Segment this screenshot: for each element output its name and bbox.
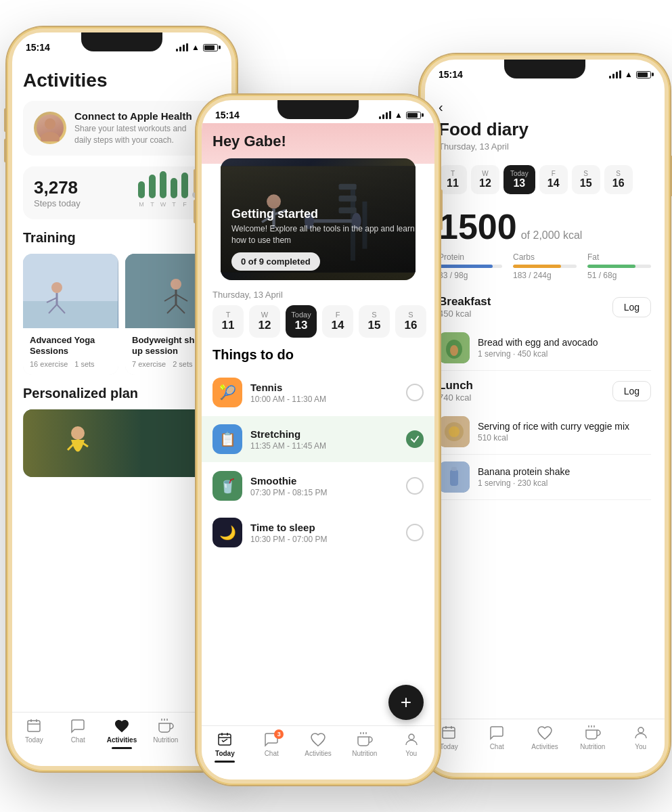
nav-chat-mid-label: Chat (265, 750, 279, 757)
food-date-12[interactable]: W 12 (471, 165, 499, 194)
sleep-text: Time to sleep 10:30 PM - 07:00 PM (250, 522, 398, 544)
food-date-16[interactable]: S 16 (604, 165, 633, 194)
completed-badge[interactable]: 0 of 9 completed (231, 252, 320, 271)
fab-add-button[interactable]: + (388, 685, 424, 720)
food-rice-curry[interactable]: Serving of rice with curry veggie mix 51… (439, 409, 651, 455)
date-chip-13[interactable]: Today 13 (286, 305, 317, 338)
shake-info: Banana protein shake 1 serving · 230 kca… (478, 466, 651, 488)
nav-you-right[interactable]: You (617, 725, 665, 750)
nav-chat-right-label: Chat (490, 743, 504, 750)
sleep-time: 10:30 PM - 07:00 PM (250, 535, 398, 544)
nav-chat-left[interactable]: Chat (56, 718, 100, 744)
svg-point-66 (638, 727, 644, 733)
todo-tennis[interactable]: 🎾 Tennis 10:00 AM - 11:30 AM (202, 369, 434, 415)
notch-left (81, 32, 162, 51)
lunch-header: Lunch 740 kcal Log (439, 379, 651, 403)
sleep-check[interactable] (406, 524, 424, 541)
todo-stretching[interactable]: 📋 Stretching 11:35 AM - 11:45 AM (202, 416, 434, 462)
nav-you-mid-label: You (405, 750, 417, 757)
yoga-meta: 16 exercise 1 sets (30, 360, 112, 368)
todo-sleep[interactable]: 🌙 Time to sleep 10:30 PM - 07:00 PM (202, 510, 434, 556)
status-icons-mid: ▲ (379, 110, 421, 120)
date-chip-15[interactable]: S 15 (359, 305, 390, 338)
bottom-nav-mid: Today 3 Chat Activities Nutr (202, 725, 434, 780)
tennis-text: Tennis 10:00 AM - 11:30 AM (250, 382, 398, 404)
apple-health-card[interactable]: Connect to Apple Health Share your lates… (23, 101, 221, 156)
nav-activities-right-label: Activities (531, 743, 558, 750)
date-chip-12[interactable]: W 12 (249, 305, 280, 338)
svg-point-0 (45, 118, 55, 129)
nav-activities-mid[interactable]: Activities (295, 731, 342, 757)
stretching-name: Stretching (250, 428, 398, 440)
activities-icon-right (537, 725, 553, 741)
nav-nutrition-mid[interactable]: Nutrition (341, 731, 388, 757)
nav-nutrition-right[interactable]: Nutrition (568, 725, 617, 750)
smoothie-icon: 🥤 (219, 478, 236, 494)
log-lunch-button[interactable]: Log (612, 381, 651, 401)
smoothie-time: 07:30 PM - 08:15 PM (250, 488, 398, 497)
date-chip-14[interactable]: F 14 (322, 305, 353, 338)
shake-serving: 1 serving · 230 kcal (478, 478, 651, 488)
breakfast-section: Breakfast 450 kcal Log Bread wit (425, 287, 665, 371)
stretching-check[interactable] (406, 430, 424, 448)
activities-icon-active (114, 718, 130, 734)
fat-values: 51 / 68g (587, 271, 651, 280)
getting-started-card[interactable]: Getting started Welcome! Explore all the… (221, 158, 416, 280)
svg-point-49 (409, 734, 414, 740)
food-date-15[interactable]: S 15 (572, 165, 600, 194)
nav-activities-right[interactable]: Activities (521, 725, 569, 750)
macro-fat: Fat 51 / 68g (587, 252, 651, 280)
food-avocado-toast[interactable]: Bread with egg and avocado 1 serving · 4… (439, 325, 651, 371)
yoga-card[interactable]: Advanced Yoga Sessions 16 exercise 1 set… (23, 254, 118, 376)
food-protein-shake[interactable]: Banana protein shake 1 serving · 230 kca… (439, 455, 651, 500)
steps-count: 3,278 (34, 177, 81, 198)
nav-you-mid[interactable]: You (388, 731, 434, 757)
nav-activities-left[interactable]: Activities (100, 718, 144, 749)
smoothie-icon-bg: 🥤 (212, 471, 242, 501)
nav-chat-right[interactable]: Chat (473, 725, 521, 750)
phone-today: 15:14 ▲ Hey Gabe! (196, 95, 440, 785)
tennis-check[interactable] (406, 384, 424, 401)
fat-label: Fat (587, 252, 651, 262)
greeting: Hey Gabe! (212, 133, 424, 150)
plan-card[interactable] (23, 409, 221, 477)
shake-image (439, 461, 470, 493)
battery-icon (203, 44, 218, 51)
nav-nutrition-right-label: Nutrition (580, 743, 605, 750)
todo-smoothie[interactable]: 🥤 Smoothie 07:30 PM - 08:15 PM (202, 463, 434, 509)
back-arrow[interactable]: ‹ (439, 99, 651, 115)
health-card-text: Connect to Apple Health Share your lates… (74, 110, 198, 146)
avocado-serving: 1 serving · 450 kcal (478, 349, 651, 359)
calories-section: 1500 of 2,000 kcal Protein 83 / 98g Carb… (425, 200, 665, 287)
time-left: 15:14 (26, 42, 50, 53)
food-date-selector: T 11 W 12 Today 13 F 14 S 15 (425, 160, 665, 200)
things-title: Things to do (202, 347, 434, 363)
food-date-13[interactable]: Today 13 (503, 165, 535, 194)
svg-rect-3 (23, 254, 118, 301)
sleep-icon: 🌙 (219, 524, 236, 541)
nav-today-mid-label: Today (215, 750, 235, 757)
shake-name: Banana protein shake (478, 466, 651, 477)
date-chip-11[interactable]: T 11 (212, 305, 244, 338)
notch-right (504, 60, 585, 78)
date-chip-16[interactable]: S 16 (395, 305, 426, 338)
log-breakfast-button[interactable]: Log (612, 297, 651, 317)
health-title: Connect to Apple Health (74, 110, 198, 122)
nav-today-mid[interactable]: Today (202, 731, 248, 763)
nav-today-left[interactable]: Today (12, 718, 56, 744)
smoothie-check[interactable] (406, 477, 424, 495)
lunch-kcal: 740 kcal (439, 392, 473, 403)
notch-mid (277, 100, 359, 119)
rice-name: Serving of rice with curry veggie mix (478, 421, 651, 432)
svg-rect-2 (23, 301, 118, 328)
tennis-name: Tennis (250, 382, 398, 393)
signal-icon (176, 43, 188, 51)
nav-chat-mid[interactable]: 3 Chat (248, 731, 295, 757)
food-date-11[interactable]: T 11 (439, 165, 467, 194)
svg-point-4 (51, 282, 62, 293)
nav-nutrition-left[interactable]: Nutrition (143, 718, 187, 744)
chat-icon-right (489, 725, 505, 741)
food-date-14[interactable]: F 14 (539, 165, 568, 194)
sleep-icon-bg: 🌙 (212, 518, 242, 547)
chat-badge: 3 (274, 729, 284, 739)
